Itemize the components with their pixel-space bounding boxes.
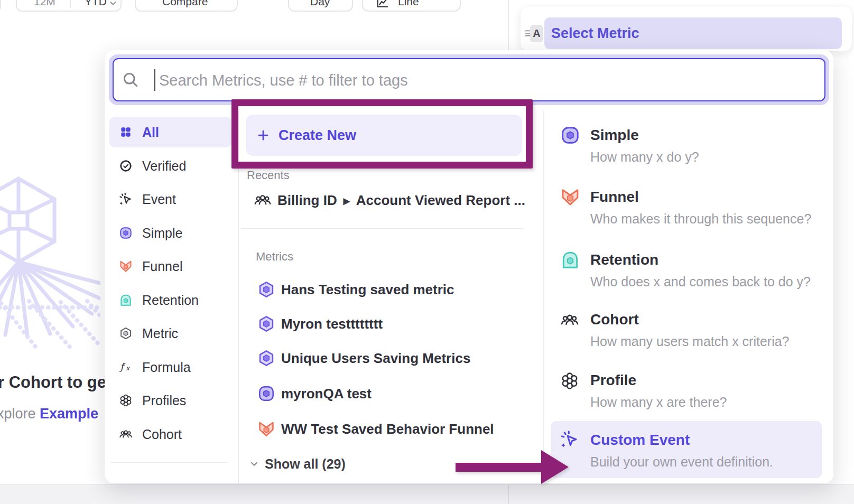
retention-icon xyxy=(119,293,133,307)
metrics-section-label: Metrics xyxy=(256,250,293,264)
segment-divider xyxy=(70,0,71,8)
cohort-people-icon xyxy=(254,191,272,209)
sidebar-item-retention[interactable]: Retention xyxy=(109,285,232,315)
sidebar-item-simple[interactable]: Simple xyxy=(109,218,232,248)
saved-metric-hexagon-icon xyxy=(257,281,275,298)
chevron-down-icon xyxy=(248,458,260,470)
sidebar-item-all[interactable]: All xyxy=(109,117,232,147)
saved-metric-hexagon-icon xyxy=(257,315,275,333)
explore-text: xplore xyxy=(0,406,40,422)
granularity-day-button[interactable]: Day xyxy=(288,0,353,12)
simple-metric-icon xyxy=(119,226,133,240)
svg-text:ƒ: ƒ xyxy=(119,361,126,372)
verified-badge-icon xyxy=(119,159,133,173)
funnel-icon xyxy=(257,420,275,438)
recents-divider xyxy=(241,228,523,229)
sidebar-item-metric[interactable]: Metric xyxy=(109,318,232,349)
recents-section-label: Recents xyxy=(247,169,290,182)
metric-picker-modal: All Verified Event Simple Funnel Retenti… xyxy=(105,50,833,483)
line-chart-icon xyxy=(376,0,389,9)
cohort-people-icon xyxy=(560,311,579,330)
metric-query-card: A Select Metric xyxy=(521,7,852,51)
sidebar-item-event[interactable]: Event xyxy=(109,184,232,214)
column-divider xyxy=(543,111,544,483)
pane-divider-top xyxy=(508,0,509,50)
svg-text:x: x xyxy=(126,365,131,372)
profiles-cluster-icon xyxy=(119,394,133,407)
app-root: 12M YTD Compare Day Line r Cohort to ge … xyxy=(0,0,854,504)
simple-metric-icon xyxy=(560,125,580,145)
metric-search-input[interactable] xyxy=(158,59,810,101)
funnel-icon xyxy=(560,187,580,207)
example-link[interactable]: Example xyxy=(40,406,98,422)
empty-state-headline: r Cohort to ge xyxy=(0,373,106,392)
select-metric-button[interactable]: Select Metric xyxy=(544,17,842,49)
chevron-down-icon[interactable] xyxy=(108,0,118,8)
sidebar-item-partial[interactable] xyxy=(109,478,232,483)
grid-icon xyxy=(119,125,133,139)
sidebar-item-formula[interactable]: ƒx Formula xyxy=(109,352,232,382)
search-box xyxy=(113,58,825,101)
create-new-button[interactable]: Create New xyxy=(246,115,522,156)
sidebar-item-profiles[interactable]: Profiles xyxy=(109,385,232,416)
saved-metric-hexagon-icon xyxy=(257,349,275,367)
plus-icon xyxy=(256,128,270,142)
pane-divider-bottom xyxy=(508,484,509,504)
event-cursor-icon xyxy=(119,192,133,206)
sidebar-item-cohort[interactable]: Cohort xyxy=(109,419,232,450)
profiles-cluster-icon xyxy=(560,371,579,390)
sidebar-section-divider xyxy=(111,462,227,463)
breadcrumb-arrow-icon xyxy=(337,192,356,208)
funnel-icon xyxy=(119,259,133,273)
search-ring xyxy=(109,54,829,105)
wireframe-illustration xyxy=(0,174,100,349)
metric-hexagon-icon xyxy=(119,326,133,340)
search-icon xyxy=(122,71,140,89)
custom-event-spark-cursor-icon xyxy=(560,430,579,449)
text-caret xyxy=(154,69,155,91)
select-metric-label: Select Metric xyxy=(544,17,842,49)
range-ytd-button[interactable]: YTD xyxy=(85,0,107,8)
date-range-segmented-control: 12M YTD xyxy=(16,0,122,12)
chart-type-line-button[interactable]: Line xyxy=(362,0,461,12)
simple-metric-icon xyxy=(257,385,275,403)
sidebar-item-funnel[interactable]: Funnel xyxy=(109,251,232,282)
sidebar-divider xyxy=(238,111,239,483)
sidebar-item-verified[interactable]: Verified xyxy=(109,151,232,181)
toolbar-button-fragment xyxy=(0,0,1,12)
formula-fx-icon: ƒx xyxy=(119,360,133,374)
compare-button[interactable]: Compare xyxy=(135,0,238,12)
range-12m-button[interactable]: 12M xyxy=(34,0,55,8)
empty-state-subtext: xplore Example xyxy=(0,406,98,422)
page-bottom-strip xyxy=(0,484,854,504)
cohort-people-icon xyxy=(119,427,133,441)
retention-icon xyxy=(560,250,580,270)
series-a-badge: A xyxy=(530,25,543,42)
